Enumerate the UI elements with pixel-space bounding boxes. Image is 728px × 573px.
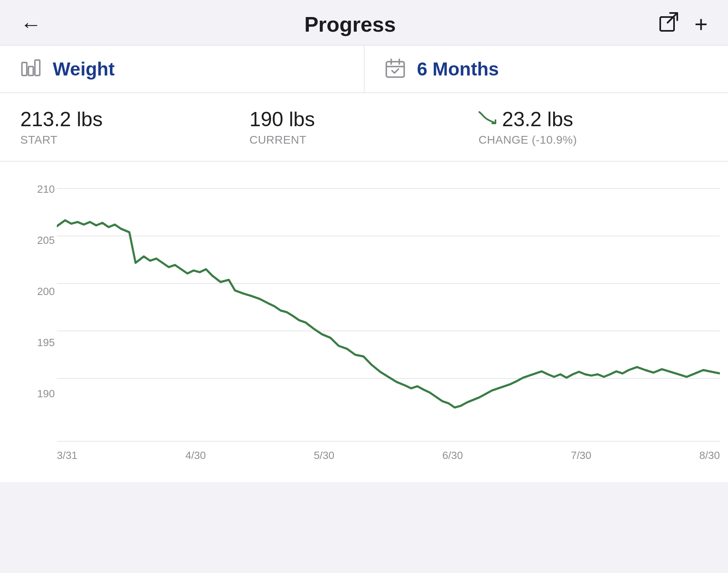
weight-selector[interactable]: Weight — [0, 45, 364, 93]
start-stat: 213.2 lbs START — [20, 108, 250, 146]
weight-line-chart — [57, 178, 720, 442]
stats-row: 213.2 lbs START 190 lbs CURRENT 23.2 lbs… — [0, 93, 728, 162]
y-label-190: 190 — [32, 388, 55, 400]
svg-rect-5 — [386, 62, 404, 77]
header: ← Progress + — [0, 0, 728, 45]
y-label-200: 200 — [32, 285, 55, 298]
x-label-630: 6/30 — [442, 449, 463, 462]
change-label: CHANGE (-10.9%) — [478, 134, 708, 146]
y-label-195: 195 — [32, 336, 55, 349]
current-value: 190 lbs — [250, 108, 479, 131]
header-right: + — [659, 11, 708, 37]
x-label-830: 8/30 — [699, 449, 720, 462]
x-axis-labels: 3/31 4/30 5/30 6/30 7/30 8/30 — [57, 449, 720, 462]
svg-rect-3 — [28, 67, 33, 75]
chart-area: 210 205 200 195 190 3/31 4/30 5/30 6/30 … — [0, 162, 728, 482]
start-value: 213.2 lbs — [20, 108, 250, 131]
svg-rect-4 — [35, 60, 40, 75]
page-title: Progress — [41, 12, 659, 37]
x-label-430: 4/30 — [185, 449, 206, 462]
current-stat: 190 lbs CURRENT — [250, 108, 479, 146]
x-label-530: 5/30 — [314, 449, 334, 462]
period-selector[interactable]: 6 Months — [364, 45, 728, 93]
back-button[interactable]: ← — [20, 14, 41, 35]
svg-rect-2 — [22, 62, 27, 75]
change-stat: 23.2 lbs CHANGE (-10.9%) — [478, 108, 708, 146]
x-label-730: 7/30 — [571, 449, 592, 462]
y-label-210: 210 — [32, 183, 55, 196]
change-value-text: 23.2 lbs — [502, 108, 573, 131]
current-label: CURRENT — [250, 134, 479, 146]
weight-label: Weight — [53, 58, 114, 80]
header-left: ← — [20, 14, 41, 35]
y-label-205: 205 — [32, 234, 55, 247]
period-label: 6 Months — [417, 58, 499, 80]
selector-row: Weight 6 Months — [0, 45, 728, 93]
bar-chart-icon — [20, 58, 41, 80]
chart-container: 210 205 200 195 190 3/31 4/30 5/30 6/30 … — [32, 178, 720, 462]
start-label: START — [20, 134, 250, 146]
change-value: 23.2 lbs — [478, 108, 708, 131]
calendar-icon — [385, 58, 406, 80]
trend-down-icon — [478, 110, 497, 129]
export-button[interactable] — [659, 11, 680, 37]
add-button[interactable]: + — [694, 13, 708, 36]
x-label-331: 3/31 — [57, 449, 78, 462]
